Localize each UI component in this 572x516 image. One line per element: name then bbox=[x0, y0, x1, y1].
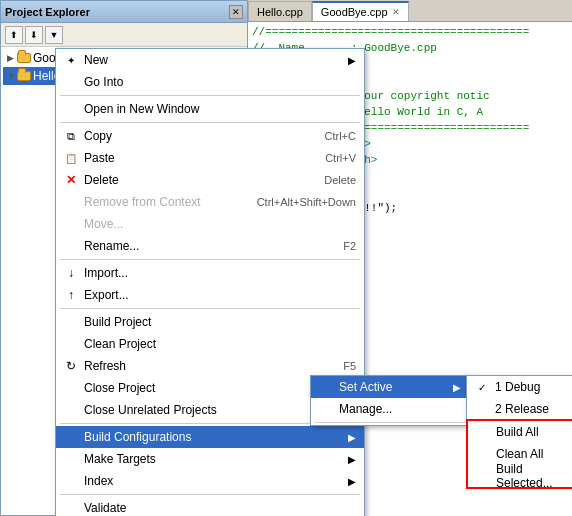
menu-export-label: Export... bbox=[84, 288, 129, 302]
submenu-build-all[interactable]: Build All bbox=[468, 421, 572, 443]
panel-title: Project Explorer bbox=[5, 6, 229, 18]
paste-shortcut: Ctrl+V bbox=[325, 152, 356, 164]
build-selected-label: Build Selected... bbox=[496, 462, 564, 490]
remove-context-shortcut: Ctrl+Alt+Shift+Down bbox=[257, 196, 356, 208]
delete-shortcut: Delete bbox=[324, 174, 356, 186]
menu-clean-project-label: Clean Project bbox=[84, 337, 156, 351]
menu-rename[interactable]: Rename... F2 bbox=[56, 235, 364, 257]
menu-import-label: Import... bbox=[84, 266, 128, 280]
menu-remove-context-label: Remove from Context bbox=[84, 195, 201, 209]
tab-hello-label: Hello.cpp bbox=[257, 6, 303, 18]
menu-move-label: Move... bbox=[84, 217, 123, 231]
menu-paste-label: Paste bbox=[84, 151, 115, 165]
separator-4 bbox=[60, 308, 360, 309]
menu-new-label: New bbox=[84, 53, 108, 67]
submenu-manage[interactable]: Manage... bbox=[311, 398, 469, 420]
tab-goodbye-label: GoodBye.cpp bbox=[321, 6, 388, 18]
menu-validate[interactable]: Validate bbox=[56, 497, 364, 516]
set-active-submenu: ✓ 1 Debug 2 Release bbox=[466, 375, 572, 421]
tab-hello-cpp[interactable]: Hello.cpp bbox=[248, 1, 312, 21]
paste-icon: 📋 bbox=[60, 147, 82, 169]
menu-open-new-window[interactable]: Open in New Window bbox=[56, 98, 364, 120]
separator-1 bbox=[60, 95, 360, 96]
release-label: 2 Release bbox=[495, 402, 549, 416]
collapse-all-button[interactable]: ⬆ bbox=[5, 26, 23, 44]
folder-icon bbox=[17, 51, 31, 65]
submenu-2-release[interactable]: 2 Release bbox=[467, 398, 572, 420]
editor-tabs: Hello.cpp GoodBye.cpp ✕ bbox=[248, 0, 572, 22]
menu-clean-project[interactable]: Clean Project bbox=[56, 333, 364, 355]
separator-2 bbox=[60, 122, 360, 123]
menu-build-project-label: Build Project bbox=[84, 315, 151, 329]
manage-label: Manage... bbox=[339, 402, 392, 416]
clean-all-label: Clean All bbox=[496, 447, 543, 461]
menu-remove-context[interactable]: Remove from Context Ctrl+Alt+Shift+Down bbox=[56, 191, 364, 213]
menu-export[interactable]: ↑ Export... bbox=[56, 284, 364, 306]
code-line-1: //======================================… bbox=[252, 26, 568, 42]
index-arrow: ▶ bbox=[348, 476, 356, 487]
build-all-label: Build All bbox=[496, 425, 539, 439]
submenu-set-active[interactable]: Set Active ▶ bbox=[311, 376, 469, 398]
set-active-label: Set Active bbox=[339, 380, 392, 394]
tab-close-icon[interactable]: ✕ bbox=[392, 7, 400, 17]
menu-paste[interactable]: 📋 Paste Ctrl+V bbox=[56, 147, 364, 169]
project-icon bbox=[17, 69, 31, 83]
menu-build-project[interactable]: Build Project bbox=[56, 311, 364, 333]
expand-hello: ▼ bbox=[7, 71, 17, 81]
panel-close-button[interactable]: ✕ bbox=[229, 5, 243, 19]
expand-goodbye: ▶ bbox=[7, 53, 17, 63]
submenu-build-selected[interactable]: Build Selected... bbox=[468, 465, 572, 487]
menu-close-project-label: Close Project bbox=[84, 381, 155, 395]
remove-context-icon bbox=[60, 191, 82, 213]
menu-copy[interactable]: ⧉ Copy Ctrl+C bbox=[56, 125, 364, 147]
debug-label: 1 Debug bbox=[495, 380, 540, 394]
menu-index-label: Index bbox=[84, 474, 113, 488]
separator-3 bbox=[60, 259, 360, 260]
menu-import[interactable]: ↓ Import... bbox=[56, 262, 364, 284]
menu-move[interactable]: Move... bbox=[56, 213, 364, 235]
make-targets-arrow: ▶ bbox=[348, 454, 356, 465]
new-arrow: ▶ bbox=[348, 55, 356, 66]
menu-validate-label: Validate bbox=[84, 501, 126, 515]
menu-refresh[interactable]: ↻ Refresh F5 bbox=[56, 355, 364, 377]
menu-make-targets[interactable]: Make Targets ▶ bbox=[56, 448, 364, 470]
build-box: Build All Clean All Build Selected... bbox=[466, 419, 572, 489]
copy-shortcut: Ctrl+C bbox=[325, 130, 356, 142]
menu-index[interactable]: Index ▶ bbox=[56, 470, 364, 492]
tab-goodbye-cpp[interactable]: GoodBye.cpp ✕ bbox=[312, 1, 409, 21]
ide-container: Project Explorer ✕ ⬆ ⬇ ▼ ▶ GoodBye ▼ Hel… bbox=[0, 0, 572, 516]
refresh-shortcut: F5 bbox=[343, 360, 356, 372]
menu-rename-label: Rename... bbox=[84, 239, 139, 253]
build-config-submenu: Set Active ▶ Manage... bbox=[310, 375, 470, 426]
debug-check-icon: ✓ bbox=[471, 376, 493, 398]
menu-go-into-label: Go Into bbox=[84, 75, 123, 89]
menu-make-targets-label: Make Targets bbox=[84, 452, 156, 466]
menu-close-unrelated-label: Close Unrelated Projects bbox=[84, 403, 217, 417]
build-config-sep bbox=[315, 422, 465, 423]
menu-new[interactable]: ✦ New ▶ bbox=[56, 49, 364, 71]
menu-refresh-label: Refresh bbox=[84, 359, 126, 373]
delete-icon: ✕ bbox=[60, 169, 82, 191]
menu-build-configurations[interactable]: Build Configurations ▶ bbox=[56, 426, 364, 448]
menu-copy-label: Copy bbox=[84, 129, 112, 143]
build-config-arrow: ▶ bbox=[348, 432, 356, 443]
rename-shortcut: F2 bbox=[343, 240, 356, 252]
panel-header: Project Explorer ✕ bbox=[1, 1, 247, 23]
context-menu: ✦ New ▶ Go Into Open in New Window ⧉ Cop… bbox=[55, 48, 365, 516]
set-active-arrow: ▶ bbox=[453, 382, 461, 393]
link-editor-button[interactable]: ⬇ bbox=[25, 26, 43, 44]
view-menu-button[interactable]: ▼ bbox=[45, 26, 63, 44]
submenu-1-debug[interactable]: ✓ 1 Debug bbox=[467, 376, 572, 398]
explorer-toolbar: ⬆ ⬇ ▼ bbox=[1, 23, 247, 47]
menu-delete-label: Delete bbox=[84, 173, 119, 187]
separator-6 bbox=[60, 494, 360, 495]
copy-icon: ⧉ bbox=[60, 125, 82, 147]
menu-open-new-window-label: Open in New Window bbox=[84, 102, 199, 116]
export-icon: ↑ bbox=[60, 284, 82, 306]
menu-build-configurations-label: Build Configurations bbox=[84, 430, 191, 444]
refresh-icon: ↻ bbox=[60, 355, 82, 377]
new-icon: ✦ bbox=[60, 49, 82, 71]
menu-go-into[interactable]: Go Into bbox=[56, 71, 364, 93]
menu-delete[interactable]: ✕ Delete Delete bbox=[56, 169, 364, 191]
import-icon: ↓ bbox=[60, 262, 82, 284]
